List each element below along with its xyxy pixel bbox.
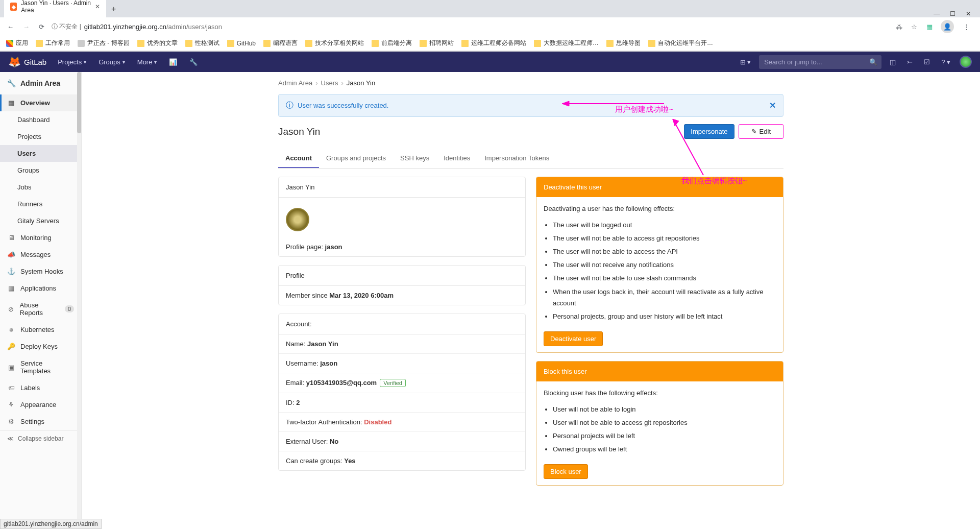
sidebar-item-messages[interactable]: 📣Messages bbox=[0, 246, 81, 263]
bookmarks-bar: 应用 工作常用 尹正杰 - 博客园 优秀的文章 性格测试 GitHub 编程语言… bbox=[0, 36, 980, 51]
bookmark-item[interactable]: 尹正杰 - 博客园 bbox=[78, 39, 130, 47]
help-icon[interactable]: ? ▾ bbox=[936, 54, 955, 70]
bookmark-item[interactable]: 运维工程师必备网站 bbox=[461, 39, 526, 47]
sidebar-item-runners[interactable]: Runners bbox=[0, 196, 81, 212]
menu-groups[interactable]: Groups ▾ bbox=[93, 54, 130, 70]
forward-icon[interactable]: → bbox=[21, 21, 32, 33]
sidebar-item-projects[interactable]: Projects bbox=[0, 128, 81, 145]
todos-icon[interactable]: ☑ bbox=[919, 54, 935, 70]
sidebar-item-system-hooks[interactable]: ⚓System Hooks bbox=[0, 263, 81, 280]
sidebar-item-appearance[interactable]: ⚘Appearance bbox=[0, 396, 81, 413]
tab-groups-projects[interactable]: Groups and projects bbox=[319, 149, 393, 168]
reload-icon[interactable]: ⟳ bbox=[37, 21, 46, 33]
menu-projects[interactable]: Projects ▾ bbox=[53, 54, 91, 70]
issues-icon[interactable]: ◫ bbox=[885, 54, 901, 70]
bookmark-item[interactable]: 性格测试 bbox=[185, 39, 219, 47]
url-field[interactable]: ⓘ 不安全 | gitlab201.yinzhengjie.org.cn/adm… bbox=[52, 22, 890, 31]
star-icon[interactable]: ☆ bbox=[910, 22, 918, 31]
chevron-down-icon: ▾ bbox=[84, 59, 86, 65]
menu-icon[interactable]: ⋮ bbox=[961, 21, 972, 33]
folder-icon bbox=[648, 40, 655, 47]
block-lead: Blocking user has the following effects: bbox=[544, 388, 776, 399]
window-maximize-icon[interactable]: ☐ bbox=[950, 10, 955, 17]
bookmark-apps[interactable]: 应用 bbox=[6, 39, 28, 47]
search-icon[interactable]: 🔍 bbox=[869, 58, 877, 66]
sidebar-item-applications[interactable]: ▦Applications bbox=[0, 280, 81, 297]
sidebar-item-settings[interactable]: ⚙Settings bbox=[0, 413, 81, 430]
header-actions: Impersonate ✎ Edit bbox=[684, 124, 783, 139]
sidebar-item-service-templates[interactable]: ▣Service Templates bbox=[0, 355, 81, 379]
template-icon: ▣ bbox=[7, 364, 15, 371]
new-tab-button[interactable]: + bbox=[106, 1, 121, 17]
sidebar-item-abuse[interactable]: ⊘Abuse Reports0 bbox=[0, 297, 81, 321]
sidebar-item-dashboard[interactable]: Dashboard bbox=[0, 111, 81, 128]
translate-icon[interactable]: ⁂ bbox=[895, 22, 903, 31]
alert-close-icon[interactable]: ✕ bbox=[769, 101, 776, 110]
folder-icon bbox=[606, 40, 614, 47]
crumb-users[interactable]: Users bbox=[321, 79, 338, 87]
sidebar-item-labels[interactable]: 🏷Labels bbox=[0, 379, 81, 396]
user-avatar-icon[interactable] bbox=[960, 56, 972, 68]
window-minimize-icon[interactable]: — bbox=[934, 10, 940, 17]
activity-icon[interactable]: 📊 bbox=[164, 54, 182, 70]
deactivate-user-button[interactable]: Deactivate user bbox=[544, 331, 603, 346]
block-effects-list: User will not be able to login User will… bbox=[553, 403, 776, 456]
menu-more[interactable]: More ▾ bbox=[132, 54, 162, 70]
search-box: 🔍 bbox=[759, 55, 881, 69]
bookmark-item[interactable]: GitHub bbox=[227, 40, 256, 47]
bookmark-item[interactable]: 优秀的文章 bbox=[137, 39, 178, 47]
sidebar-item-groups[interactable]: Groups bbox=[0, 162, 81, 179]
tab-ssh-keys[interactable]: SSH keys bbox=[393, 149, 436, 168]
list-item: The user will be logged out bbox=[553, 219, 776, 232]
collapse-sidebar[interactable]: ≪Collapse sidebar bbox=[0, 430, 81, 447]
bookmark-item[interactable]: 工作常用 bbox=[36, 39, 70, 47]
edit-button[interactable]: ✎ Edit bbox=[739, 124, 783, 139]
content: Admin Area › Users › Jason Yin ⓘ User wa… bbox=[82, 72, 980, 529]
bookmark-item[interactable]: 自动化运维平台开… bbox=[648, 39, 713, 47]
search-input[interactable] bbox=[759, 55, 881, 69]
folder-icon bbox=[227, 40, 234, 47]
tab-account[interactable]: Account bbox=[278, 149, 319, 168]
block-user-button[interactable]: Block user bbox=[544, 464, 588, 479]
crumb-admin[interactable]: Admin Area bbox=[278, 79, 312, 87]
sidebar-item-users[interactable]: Users bbox=[0, 145, 81, 162]
sidebar-item-jobs[interactable]: Jobs bbox=[0, 179, 81, 196]
sidebar-item-deploy-keys[interactable]: 🔑Deploy Keys bbox=[0, 338, 81, 355]
sidebar-item-overview[interactable]: ▦ Overview bbox=[0, 94, 81, 111]
tab-identities[interactable]: Identities bbox=[436, 149, 477, 168]
list-item: The user will not be able to access git … bbox=[553, 232, 776, 245]
bookmark-item[interactable]: 技术分享相关网站 bbox=[305, 39, 364, 47]
page-header: Jason Yin 用户创建成功啦~ Impersonate ✎ Edit bbox=[278, 124, 783, 139]
browser-tab[interactable]: ◆ Jason Yin · Users · Admin Area ✕ bbox=[4, 0, 106, 17]
gitlab-logo[interactable]: 🦊 GitLab bbox=[8, 56, 46, 68]
gitlab-logo-text: GitLab bbox=[24, 58, 46, 66]
sidebar-header: 🔧 Admin Area bbox=[0, 72, 81, 94]
bookmark-item[interactable]: 思维导图 bbox=[606, 39, 641, 47]
bookmark-item[interactable]: 前后端分离 bbox=[372, 39, 412, 47]
profile-avatar-icon[interactable]: 👤 bbox=[941, 20, 954, 33]
bookmark-item[interactable]: 大数据运维工程师… bbox=[534, 39, 599, 47]
sidebar-item-gitaly[interactable]: Gitaly Servers bbox=[0, 212, 81, 229]
extension-icon[interactable]: ▦ bbox=[925, 22, 934, 31]
wrench-icon[interactable]: 🔧 bbox=[184, 54, 203, 70]
user-name-heading: Jason Yin bbox=[279, 177, 525, 198]
sidebar-item-kubernetes[interactable]: ⎈Kubernetes bbox=[0, 321, 81, 338]
list-item: Personal projects, group and user histor… bbox=[553, 310, 776, 323]
deactivate-effects-list: The user will be logged out The user wil… bbox=[553, 219, 776, 323]
tab-close-icon[interactable]: ✕ bbox=[95, 3, 100, 10]
bookmark-item[interactable]: 编程语言 bbox=[263, 39, 298, 47]
folder-icon bbox=[372, 40, 379, 47]
window-close-icon[interactable]: ✕ bbox=[966, 10, 971, 17]
tab-impersonation-tokens[interactable]: Impersonation Tokens bbox=[477, 149, 556, 168]
url-path: /admin/users/jason bbox=[166, 23, 222, 31]
bookmark-item[interactable]: 招聘网站 bbox=[420, 39, 454, 47]
impersonate-button[interactable]: Impersonate bbox=[684, 124, 734, 139]
list-item: The user will not receive any notificati… bbox=[553, 258, 776, 272]
sidebar-scrollbar[interactable] bbox=[77, 72, 81, 529]
overview-icon: ▦ bbox=[7, 99, 15, 107]
back-icon[interactable]: ← bbox=[5, 21, 16, 33]
merge-requests-icon[interactable]: ⤚ bbox=[902, 54, 918, 70]
block-title: Block this user bbox=[536, 362, 783, 381]
plus-icon[interactable]: ⊞ ▾ bbox=[735, 54, 756, 70]
sidebar-item-monitoring[interactable]: 🖥Monitoring bbox=[0, 229, 81, 246]
